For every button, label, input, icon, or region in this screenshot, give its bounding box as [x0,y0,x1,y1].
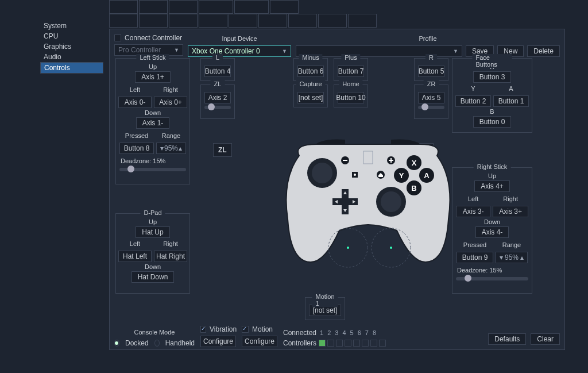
handheld-radio[interactable] [154,340,160,347]
dpad-group: D-Pad Up Hat Up LeftHat Left RightHat Ri… [115,213,190,294]
delete-button[interactable]: Delete [527,45,560,57]
left-stick-title: Left Stick [136,54,169,61]
sidebar-item-cpu[interactable]: CPU [40,31,103,41]
rs-right-button[interactable]: Axis 3+ [493,206,528,217]
zr-button[interactable]: Axis 5 [418,92,444,103]
r-group: R Button 5 [414,58,448,81]
ls-pressed-label: Pressed [119,131,154,140]
tab[interactable] [318,14,347,28]
r-title: R [425,54,437,61]
ls-down-button[interactable]: Axis 1- [136,117,170,129]
l-title: L [212,54,223,61]
ls-range-select[interactable]: ▾95%▴ [156,143,186,154]
handheld-label: Handheld [165,339,195,347]
tab[interactable] [288,14,317,28]
left-stick-group: Left Stick Up Axis 1+ LeftAxis 0- RightA… [115,58,190,184]
motion-title: Motion 1 [312,293,338,307]
rs-deadzone-slider[interactable] [456,277,528,280]
input-device-select[interactable]: Xbox One Controller 0▼ [188,45,291,57]
l-button[interactable]: Button 4 [204,66,231,77]
svg-point-24 [354,174,356,176]
rs-down-button[interactable]: Axis 4- [475,226,509,238]
face-title: Face Buttons [473,54,512,68]
motion-configure-button[interactable]: Configure [242,336,277,347]
minus-button[interactable]: Button 6 [297,66,324,77]
plus-group: PlusButton 7 [334,58,368,81]
ls-left-button[interactable]: Axis 0- [118,97,152,108]
tab[interactable] [348,14,377,28]
tab[interactable] [229,14,257,28]
motion-toggle-label: Motion [252,325,273,333]
dpad-up-button[interactable]: Hat Up [136,226,169,238]
tab[interactable] [169,14,198,28]
sidebar-item-audio[interactable]: Audio [40,52,103,62]
rs-left-button[interactable]: Axis 3- [456,206,490,217]
capture-group: Capture[not set] [293,84,328,107]
minus-group: MinusButton 6 [293,58,328,81]
controller-illustration: X Y A B [282,133,454,259]
face-b-label: B [456,107,528,116]
vibration-configure-button[interactable]: Configure [200,336,236,347]
zr-slider[interactable] [418,106,444,109]
tab[interactable] [199,14,227,28]
ls-deadzone-slider[interactable] [119,168,186,171]
svg-text:A: A [424,171,430,180]
rs-range-select[interactable]: ▾95%▴ [496,252,528,263]
tab[interactable] [199,0,233,14]
zl-title: ZL [211,80,225,87]
tab[interactable] [258,14,287,28]
ls-deadzone-label: Deadzone: 15% [119,156,186,166]
zl-group: ZL Axis 2 [200,84,235,119]
ls-up-button[interactable]: Axis 1+ [135,71,171,83]
dpad-right-label: Right [154,239,187,248]
docked-radio[interactable] [114,340,119,347]
tab[interactable] [139,14,168,28]
rs-up-button[interactable]: Axis 4+ [474,180,510,192]
dpad-down-button[interactable]: Hat Down [131,271,175,283]
tab[interactable] [169,0,198,14]
rs-down-label: Down [456,217,528,226]
face-y-button[interactable]: Button 2 [455,95,491,107]
connect-controller-checkbox[interactable]: Connect Controller [114,34,183,42]
defaults-button[interactable]: Defaults [488,333,526,345]
capture-title: Capture [296,80,325,87]
face-a-label: A [493,84,529,93]
sidebar-item-system[interactable]: System [40,21,103,31]
home-button[interactable]: Button 10 [338,92,364,103]
tab[interactable] [234,0,269,14]
rs-pressed-button[interactable]: Button 9 [457,252,493,263]
tab[interactable] [109,0,138,14]
minus-title: Minus [299,54,322,61]
input-device-label: Input Device [188,34,291,43]
rs-right-label: Right [493,194,528,203]
dpad-left-button[interactable]: Hat Left [118,251,152,262]
tab[interactable] [270,0,299,14]
face-b-button[interactable]: Button 0 [473,116,512,128]
tab[interactable] [109,14,138,28]
home-title: Home [339,80,362,87]
motion-group: Motion 1 [not set] [305,297,345,320]
capture-button[interactable]: [not set] [297,92,324,103]
dpad-right-button[interactable]: Hat Right [154,251,187,262]
face-a-button[interactable]: Button 1 [493,95,529,107]
r-button[interactable]: Button 5 [418,66,444,77]
sidebar-item-graphics[interactable]: Graphics [40,41,103,52]
rs-left-label: Left [456,194,490,203]
zl-slider[interactable] [204,106,231,109]
tab[interactable] [139,0,168,14]
ls-right-button[interactable]: Axis 0+ [154,97,187,108]
motion-checkbox[interactable]: Motion [242,325,277,333]
ls-up-label: Up [119,62,186,71]
connect-label: Connect Controller [125,34,182,42]
ls-pressed-button[interactable]: Button 8 [119,143,154,154]
plus-button[interactable]: Button 7 [338,66,364,77]
settings-sidebar: System CPU Graphics Audio Controls [40,21,103,74]
zl-badge: ZL [213,143,232,157]
clear-button[interactable]: Clear [531,333,560,345]
zl-button[interactable]: Axis 2 [204,92,231,103]
svg-rect-19 [343,160,347,161]
sidebar-item-controls[interactable]: Controls [40,62,103,74]
vibration-checkbox[interactable]: Vibration [200,325,236,333]
face-x-button[interactable]: Button 3 [473,71,512,83]
controls-panel: Connect Controller Pro Controller▼ Input… [109,29,565,350]
